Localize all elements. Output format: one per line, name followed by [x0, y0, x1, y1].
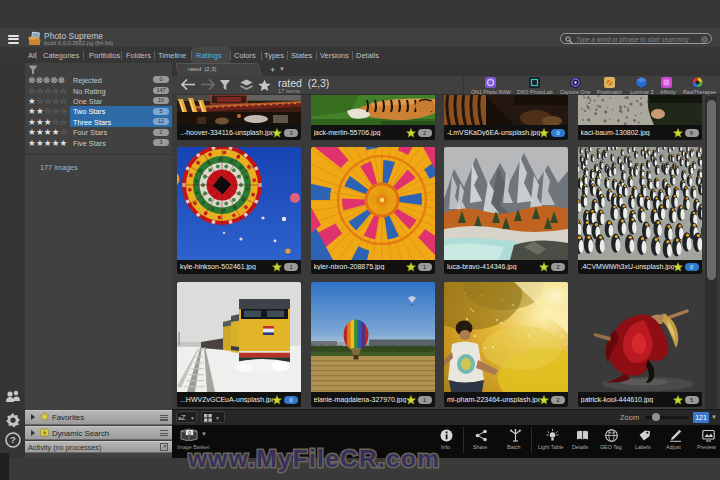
svg-text:www.MyFileCR.com: www.MyFileCR.com [187, 445, 439, 472]
svg-text:?: ? [10, 434, 16, 445]
